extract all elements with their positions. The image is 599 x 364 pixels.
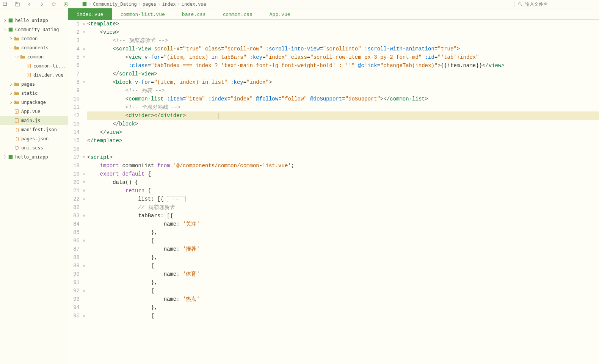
- fold-toggle[interactable]: [82, 61, 86, 70]
- tree-item-uni-scss[interactable]: uni.scss: [0, 143, 68, 152]
- tab-App-vue[interactable]: App.vue: [261, 8, 299, 20]
- tab-index-vue[interactable]: index.vue: [68, 8, 112, 20]
- chevron-right-icon[interactable]: [8, 127, 14, 132]
- fold-toggle[interactable]: [82, 228, 86, 237]
- code-content[interactable]: <template> <view> <!-- 顶部选项卡 --> <scroll…: [86, 20, 599, 364]
- tree-item-main-js[interactable]: main.js: [0, 116, 68, 125]
- code-line[interactable]: return {: [87, 187, 599, 195]
- fold-toggle[interactable]: [82, 278, 86, 287]
- tab-base-css[interactable]: base.css: [174, 8, 215, 20]
- tree-item-Community_Dating[interactable]: Community_Dating: [0, 25, 68, 34]
- fold-toggle[interactable]: [82, 70, 86, 78]
- chevron-right-icon[interactable]: [8, 118, 14, 123]
- chevron-right-icon[interactable]: [20, 72, 26, 78]
- tree-item-hello_uniapp[interactable]: hello_uniapp: [0, 152, 68, 162]
- breadcrumb-item[interactable]: index: [162, 2, 176, 7]
- fold-toggle[interactable]: ⊟: [82, 237, 86, 245]
- fold-toggle[interactable]: [82, 295, 86, 303]
- code-line[interactable]: },: [87, 253, 599, 262]
- tree-item-hello-uniapp[interactable]: hello uniapp: [0, 16, 68, 25]
- code-line[interactable]: name: '推荐': [87, 245, 599, 253]
- chevron-right-icon[interactable]: [2, 18, 8, 23]
- code-line[interactable]: :class="tabIndex === index ? 'text-main …: [87, 61, 599, 70]
- code-line[interactable]: <block v-for="(item, index) in list" :ke…: [87, 78, 599, 86]
- fold-toggle[interactable]: ⊟: [82, 212, 86, 220]
- code-line[interactable]: <view>: [87, 28, 599, 36]
- code-editor[interactable]: 1234567891011121314151617181920212282838…: [68, 20, 599, 364]
- code-line[interactable]: },: [87, 228, 599, 237]
- fold-toggle[interactable]: ⊟: [82, 53, 86, 61]
- code-line[interactable]: name: '关注': [87, 220, 599, 228]
- tree-item-divider-vue[interactable]: Vdivider.vue: [0, 71, 68, 80]
- code-line[interactable]: // 顶部选项卡: [87, 203, 599, 212]
- fold-toggle[interactable]: ⊞: [82, 195, 86, 203]
- code-line[interactable]: },: [87, 303, 599, 312]
- save-icon[interactable]: [14, 0, 21, 8]
- star-icon[interactable]: [50, 0, 58, 8]
- nav-forward-icon[interactable]: [38, 0, 45, 8]
- code-line[interactable]: <!-- 列表 -->: [87, 86, 599, 95]
- chevron-right-icon[interactable]: [20, 63, 26, 69]
- fold-toggle[interactable]: [82, 303, 86, 312]
- tree-item-pages[interactable]: pages: [0, 80, 68, 89]
- code-line[interactable]: },: [87, 278, 599, 287]
- code-line[interactable]: <scroll-view scroll-x="true" class="scro…: [87, 45, 599, 53]
- fold-toggle[interactable]: ⊟: [82, 187, 86, 195]
- code-line[interactable]: <!-- 顶部选项卡 -->: [87, 36, 599, 45]
- fold-toggle[interactable]: [82, 220, 86, 228]
- search-input[interactable]: [525, 2, 582, 7]
- run-icon[interactable]: [62, 0, 70, 8]
- breadcrumb-item[interactable]: Community_Dating: [93, 2, 137, 7]
- fold-toggle[interactable]: ⊟: [82, 28, 86, 36]
- fold-toggle[interactable]: ⊟: [82, 20, 86, 28]
- nav-back-icon[interactable]: [26, 0, 33, 8]
- code-line[interactable]: list: [{ ···: [87, 195, 599, 203]
- code-line[interactable]: name: '热点': [87, 295, 599, 303]
- code-line[interactable]: <template>: [87, 20, 599, 28]
- fold-toggle[interactable]: ⊟: [82, 312, 86, 320]
- breadcrumb-item[interactable]: index.vue: [182, 2, 206, 7]
- tree-item-common[interactable]: common: [0, 34, 68, 43]
- breadcrumb-item[interactable]: pages: [143, 2, 156, 7]
- code-line[interactable]: <divider></divider>: [87, 111, 599, 120]
- file-explorer[interactable]: hello uniappCommunity_Datingcommoncompon…: [0, 8, 68, 364]
- chevron-down-icon[interactable]: [2, 27, 8, 32]
- fold-toggle[interactable]: [82, 270, 86, 278]
- code-line[interactable]: <common-list :item="item" :index="index"…: [87, 95, 599, 103]
- fold-toggle[interactable]: [82, 103, 86, 111]
- tree-item-common[interactable]: common: [0, 52, 68, 61]
- fold-toggle[interactable]: ⊟: [82, 170, 86, 178]
- new-tab-icon[interactable]: [2, 0, 9, 8]
- tab-common-list-vue[interactable]: common-list.vue: [112, 8, 173, 20]
- chevron-right-icon[interactable]: [8, 100, 14, 105]
- code-line[interactable]: {: [87, 312, 599, 320]
- tree-item-static[interactable]: static: [0, 89, 68, 98]
- chevron-right-icon[interactable]: [8, 82, 14, 87]
- fold-toggle[interactable]: [82, 203, 86, 212]
- fold-toggle[interactable]: ⊟: [82, 262, 86, 270]
- code-line[interactable]: </view>: [87, 128, 599, 136]
- tree-item-components[interactable]: components: [0, 43, 68, 52]
- chevron-right-icon[interactable]: [2, 154, 8, 160]
- fold-toggle[interactable]: ⊟: [82, 153, 86, 162]
- chevron-right-icon[interactable]: [8, 145, 14, 151]
- tree-item-unpackage[interactable]: unpackage: [0, 98, 68, 107]
- fold-toggle[interactable]: [82, 128, 86, 136]
- code-line[interactable]: tabBars: [{: [87, 212, 599, 220]
- fold-toggle[interactable]: ⊟: [82, 78, 86, 86]
- fold-toggle[interactable]: ⊟: [82, 178, 86, 187]
- chevron-down-icon[interactable]: [14, 54, 20, 60]
- chevron-right-icon[interactable]: [8, 109, 14, 114]
- fold-toggle[interactable]: ⊟: [82, 287, 86, 295]
- chevron-right-icon[interactable]: [8, 91, 14, 96]
- fold-toggle[interactable]: [82, 245, 86, 253]
- code-line[interactable]: </template>: [87, 136, 599, 145]
- chevron-right-icon[interactable]: [8, 36, 14, 41]
- tree-item-manifest-json[interactable]: {}manifest.json: [0, 125, 68, 134]
- code-line[interactable]: <!-- 全局分割线 -->: [87, 103, 599, 111]
- fold-toggle[interactable]: [82, 136, 86, 145]
- code-line[interactable]: import commonList from '@/components/com…: [87, 162, 599, 170]
- file-search[interactable]: [514, 2, 597, 7]
- code-line[interactable]: {: [87, 262, 599, 270]
- code-line[interactable]: {: [87, 237, 599, 245]
